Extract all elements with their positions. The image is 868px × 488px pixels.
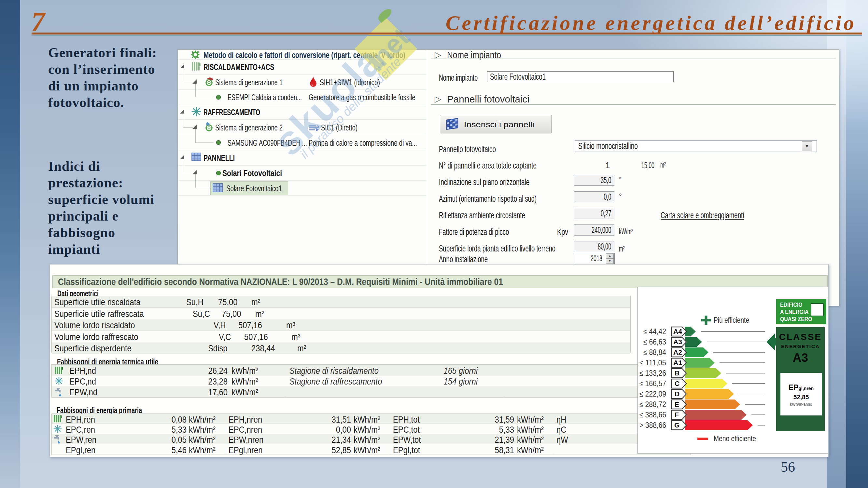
svg-text:A2: A2 <box>673 349 682 356</box>
svg-text:> 388,66: > 388,66 <box>640 421 666 429</box>
svg-text:A4: A4 <box>673 328 682 335</box>
svg-text:≤ 111,05: ≤ 111,05 <box>640 359 666 367</box>
svg-text:A3: A3 <box>673 338 682 346</box>
svg-text:≤ 166,57: ≤ 166,57 <box>640 379 666 388</box>
svg-text:≤ 288,72: ≤ 288,72 <box>640 400 666 409</box>
svg-text:≤ 222,09: ≤ 222,09 <box>640 390 666 398</box>
svg-text:B: B <box>675 369 680 377</box>
svg-text:G: G <box>674 421 680 429</box>
svg-text:≤ 44,42: ≤ 44,42 <box>643 327 666 336</box>
svg-text:≤ 133,26: ≤ 133,26 <box>640 369 666 378</box>
svg-text:E: E <box>675 400 679 408</box>
svg-text:≤ 66,63: ≤ 66,63 <box>643 338 666 346</box>
svg-text:D: D <box>675 390 680 397</box>
svg-text:≤ 388,66: ≤ 388,66 <box>640 411 666 419</box>
svg-text:C: C <box>675 380 680 387</box>
svg-text:Meno efficiente: Meno efficiente <box>714 434 756 443</box>
svg-text:A1: A1 <box>673 359 682 366</box>
svg-text:Più efficiente: Più efficiente <box>714 316 749 324</box>
svg-text:F: F <box>675 411 679 418</box>
svg-text:≤ 88,84: ≤ 88,84 <box>643 348 666 357</box>
